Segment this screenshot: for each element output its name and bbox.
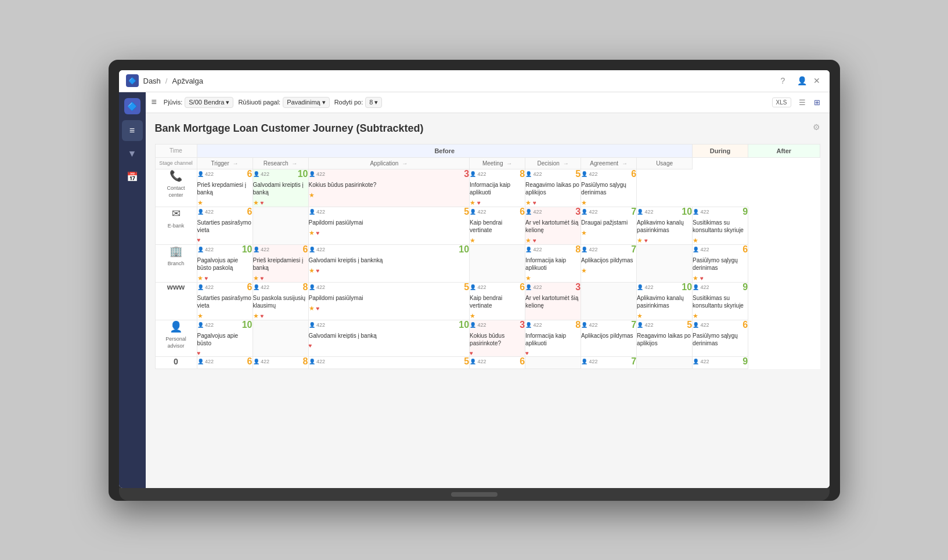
- journey-cell[interactable]: 👤 422 5: [308, 356, 470, 368]
- journey-cell[interactable]: 👤 422 7: [581, 356, 637, 368]
- laptop-outer: 🔷 Dash / Apžvalga ? 👤 ✕ 🔷: [109, 60, 840, 501]
- journey-cell[interactable]: 👤 422 8: [253, 356, 308, 368]
- journey-cell[interactable]: 👤 422 5 Reagavimo laikas po aplikijos ★♥: [525, 169, 581, 207]
- cell-meta: 👤 422 6: [470, 357, 525, 366]
- journey-cell[interactable]: 👤 422 3 Ar vel kartotumėt šią kelionę: [525, 282, 581, 320]
- after-phase: After: [748, 144, 820, 157]
- settings-icon[interactable]: ✕: [813, 76, 823, 85]
- journey-cell[interactable]: 👤 422 9 Susitikimas su konsultantu skyri…: [693, 282, 748, 320]
- filter-label: Pjūvis:: [164, 99, 182, 106]
- journey-cell[interactable]: 👤 422 6 Pasiūlymo sąlygų derinimas ★: [581, 169, 637, 207]
- cell-meta: 👤 422 5: [637, 320, 692, 330]
- sort-chevron-icon: ▾: [322, 99, 326, 106]
- phase-header-row: Time Before During After: [155, 144, 820, 157]
- journey-cell[interactable]: 👤 422 3 Kokius būdus pasirinkote? ★: [308, 169, 470, 207]
- cell-meta: 👤 422 10: [637, 207, 692, 216]
- sidebar-logo: 🔷: [124, 98, 140, 114]
- journey-table: Time Before During After Stage channel T…: [155, 144, 820, 369]
- channel-personal-advisor: 👤 Personaladvisor: [155, 320, 197, 356]
- journey-cell[interactable]: 👤 422 9 Susitikimas su konsultantu skyri…: [693, 207, 748, 244]
- cell-meta: 👤 422 3: [525, 283, 581, 292]
- table-row: 👤 Personaladvisor 👤 422 10 Pagalvo: [155, 320, 820, 356]
- journey-cell[interactable]: 👤 422 10 Aplikavimo kanalų pasirinkimas …: [637, 282, 693, 320]
- journey-title: Bank Mortgage Loan Customer Journey (Sub…: [155, 122, 820, 135]
- journey-cell[interactable]: 👤 422 3 Ar vel kartotumėt šią kelionę ★♥: [525, 207, 581, 244]
- channel-ebank: ✉ E-bank: [155, 207, 197, 244]
- cell-meta: 👤 422 7: [581, 357, 636, 366]
- journey-cell[interactable]: 👤 422 10 Galvodami kreiptis į banką ★♥: [253, 169, 308, 207]
- journey-cell[interactable]: 👤 422 6: [470, 356, 525, 368]
- journey-cell[interactable]: 👤 422 6 Kaip bendrai vertinate ★: [470, 282, 525, 320]
- journey-cell[interactable]: 👤 422 6 Prieš kreipdamiesi į banką ★♥: [253, 244, 308, 282]
- cell-meta: 👤 422 8: [525, 245, 581, 254]
- journey-cell[interactable]: 👤 422 7 Draugai pažįstami ★: [581, 207, 637, 244]
- grid-view-button[interactable]: ⊞: [811, 96, 824, 109]
- title-bar-right: ? 👤 ✕: [781, 76, 823, 85]
- journey-cell[interactable]: 👤 422 8 Su paskola susijusių klausimų ★♥: [253, 282, 308, 320]
- journey-cell[interactable]: 👤 422 10 Galvodami kreiptis į banką ♥: [308, 320, 470, 356]
- hamburger-icon[interactable]: ≡: [152, 97, 157, 107]
- journey-cell[interactable]: 👤 422 6 Kaip bendrai vertinate ★: [470, 207, 525, 244]
- stage-channel-header: Stage channel: [155, 157, 197, 169]
- journey-cell[interactable]: 👤 422 3 Kokius būdus pasirinkote? ♥: [470, 320, 525, 356]
- filter-value: S/00 Bendra: [189, 99, 224, 106]
- journey-cell[interactable]: 👤 422 10 Pagalvojus apie būsto ♥: [197, 320, 253, 356]
- app-logo: 🔷: [126, 74, 139, 87]
- cell-meta: 👤 422 5: [309, 283, 470, 292]
- journey-cell[interactable]: 👤 422 7 Aplikacijos pildymas ★: [581, 244, 637, 282]
- sort-select[interactable]: Pavadinimą ▾: [283, 97, 329, 108]
- cell-meta: 👤 422 3: [525, 207, 581, 216]
- journey-cell[interactable]: 👤 422 10 Aplikavimo kanalų pasirinkimas …: [637, 207, 693, 244]
- table-row: www 👤 422 6 Sutarties pasirašymo v: [155, 282, 820, 320]
- journey-cell[interactable]: 👤 422 10 Pagalvojus apie būsto paskolą ★…: [197, 244, 253, 282]
- breadcrumb-app[interactable]: Dash: [143, 77, 161, 85]
- journey-cell-empty: [581, 282, 637, 320]
- channel-www: www: [155, 282, 197, 320]
- sidebar-item-filter[interactable]: ▼: [122, 143, 143, 164]
- filter-select[interactable]: S/00 Bendra ▾: [185, 97, 233, 108]
- sort-value: Pavadinimą: [287, 99, 320, 106]
- journey-cell[interactable]: 👤 422 5 Papildomi pasiūlymai ★♥: [308, 207, 470, 244]
- user-icon[interactable]: 👤: [797, 76, 806, 85]
- channel-branch: 🏢 Branch: [155, 244, 197, 282]
- journey-cell[interactable]: 👤 422 8 Informacija kaip aplikuoti ♥: [525, 320, 581, 356]
- journey-cell[interactable]: 👤 422 6 Sutarties pasirašymo vieta ★: [197, 282, 253, 320]
- settings-float[interactable]: ⚙: [813, 122, 820, 132]
- journey-cell[interactable]: 👤 422 9: [693, 356, 748, 368]
- cell-meta: 👤 422 10: [309, 245, 470, 254]
- journey-cell[interactable]: 👤 422 8 Informacija kaip aplikuoti ★♥: [470, 169, 525, 207]
- journey-cell[interactable]: 👤 422 7 Aplikacijos pildymas: [581, 320, 637, 356]
- sidebar-item-calendar[interactable]: 📅: [122, 167, 143, 187]
- journey-cell[interactable]: 👤 422 6 Sutarties pasirašymo vieta ♥: [197, 207, 253, 244]
- journey-cell[interactable]: 👤 422 5 Reagavimo laikas po aplikijos: [637, 320, 693, 356]
- time-phase: Time: [155, 144, 197, 157]
- journey-cell[interactable]: 👤 422 10 Galvodami kreiptis į banknką ★♥: [308, 244, 470, 282]
- list-view-button[interactable]: ☰: [796, 96, 809, 109]
- trigger-stage: Trigger →: [197, 157, 253, 169]
- show-select[interactable]: 8 ▾: [365, 97, 382, 108]
- laptop-base: [119, 488, 830, 501]
- journey-cell[interactable]: 👤 422 8 Informacija kaip aplikuoti ★: [525, 244, 581, 282]
- app-wrapper: 🔷 Dash / Apžvalga ? 👤 ✕ 🔷: [119, 70, 830, 488]
- sidebar-item-menu[interactable]: ≡: [122, 120, 143, 141]
- cell-meta: 👤 422 6: [581, 169, 636, 179]
- cell-meta: 👤 422 10: [197, 320, 253, 330]
- journey-cell[interactable]: 👤 422 6 Pasiūlymo sąlygų derinimas: [693, 320, 748, 356]
- journey-cell[interactable]: 👤 422 6: [197, 356, 253, 368]
- cell-meta: 👤 422 9: [693, 283, 748, 292]
- cell-meta: 👤 422 6: [197, 207, 253, 216]
- stage-header-row: Stage channel Trigger → Research → Appli…: [155, 157, 820, 169]
- cell-meta: 👤 422 10: [197, 245, 253, 254]
- journey-cell[interactable]: 👤 422 5 Papildomi pasiūlymai ★♥: [308, 282, 470, 320]
- help-icon[interactable]: ?: [781, 76, 790, 85]
- cell-meta: 👤 422 6: [470, 207, 525, 216]
- toolbar: ≡ Pjūvis: S/00 Bendra ▾ Rūšiuoti pagal:: [146, 92, 830, 113]
- branch-icon: 🏢: [156, 245, 197, 258]
- journey-cell-empty: [470, 244, 525, 282]
- cell-meta: 👤 422 5: [309, 207, 470, 216]
- content-area: ≡ Pjūvis: S/00 Bendra ▾ Rūšiuoti pagal:: [146, 92, 830, 488]
- journey-cell[interactable]: 👤 422 6 Prieš krepdamiesi į banką ★: [197, 169, 253, 207]
- journey-cell-empty: [637, 244, 693, 282]
- export-button[interactable]: XLS: [772, 97, 791, 107]
- journey-cell[interactable]: 👤 422 6 Pasiūlymo sąlygų derinimas ★♥: [693, 244, 748, 282]
